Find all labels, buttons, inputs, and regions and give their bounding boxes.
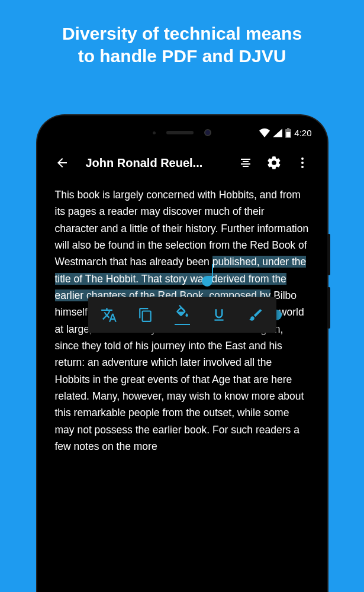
underline-button[interactable] — [201, 300, 237, 330]
reader-content[interactable]: This book is largely concerned with Hobb… — [44, 186, 320, 592]
promo-line1: Diversity of technical means — [62, 24, 302, 43]
underline-icon — [211, 307, 227, 323]
document-title: John Ronald Reuel... — [78, 156, 230, 170]
clock-text: 4:20 — [294, 128, 311, 138]
svg-point-3 — [301, 166, 304, 168]
copy-button[interactable] — [127, 300, 164, 330]
phone-frame: 4:20 John Ronald Reuel... This book is l… — [37, 115, 327, 592]
more-button[interactable] — [289, 150, 315, 176]
text-align-icon — [239, 156, 253, 170]
selection-toolbar — [88, 297, 276, 333]
brush-icon — [248, 307, 263, 323]
settings-button[interactable] — [261, 150, 287, 176]
phone-notch — [123, 123, 241, 143]
svg-rect-0 — [286, 132, 291, 137]
wifi-icon — [259, 128, 270, 137]
highlight-button[interactable] — [164, 300, 201, 330]
paint-bucket-icon — [175, 305, 190, 320]
more-vertical-icon — [295, 156, 310, 170]
battery-icon — [285, 128, 291, 138]
draw-button[interactable] — [237, 300, 274, 330]
back-arrow-icon — [55, 156, 69, 170]
svg-point-1 — [301, 157, 304, 160]
translate-icon — [101, 307, 117, 323]
svg-point-2 — [301, 162, 304, 164]
signal-icon — [273, 128, 282, 137]
phone-side-button — [327, 234, 330, 275]
back-button[interactable] — [49, 150, 75, 176]
translate-button[interactable] — [91, 300, 127, 330]
promo-line2: to handle PDF and DJVU — [78, 46, 286, 66]
phone-screen: 4:20 John Ronald Reuel... This book is l… — [44, 123, 320, 592]
copy-icon — [138, 307, 153, 323]
gear-icon — [266, 155, 282, 170]
text-align-button[interactable] — [233, 150, 259, 176]
app-bar: John Ronald Reuel... — [44, 146, 320, 179]
phone-side-button — [327, 287, 330, 329]
promo-headline: Diversity of technical means to handle P… — [0, 0, 364, 67]
